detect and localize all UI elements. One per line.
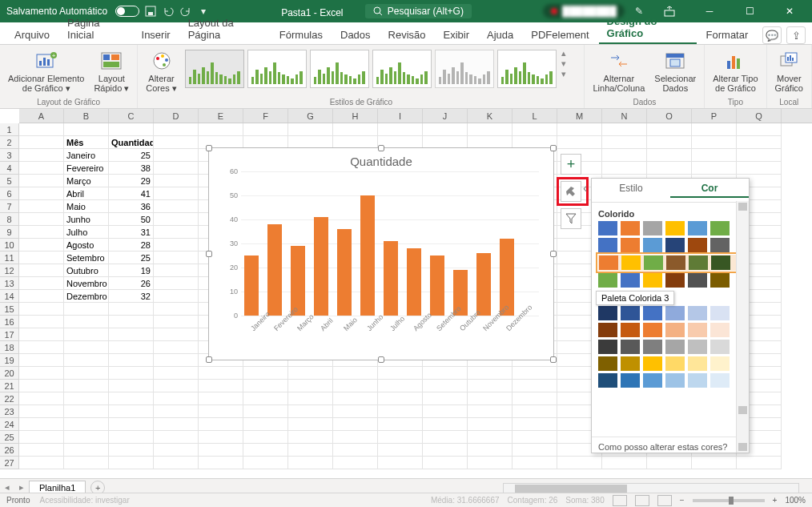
cell[interactable] — [378, 392, 423, 405]
cell[interactable] — [333, 392, 378, 405]
zoom-in-button[interactable]: + — [773, 496, 778, 505]
tab-ajuda[interactable]: Ajuda — [479, 26, 521, 44]
cell[interactable] — [64, 380, 109, 392]
cell[interactable] — [333, 123, 378, 136]
cell[interactable] — [19, 277, 64, 290]
column-header[interactable]: H — [333, 109, 378, 123]
cell[interactable] — [557, 136, 602, 149]
cell[interactable] — [154, 380, 199, 392]
cell[interactable] — [468, 392, 513, 405]
cell[interactable] — [199, 431, 243, 444]
cell[interactable] — [468, 431, 513, 444]
cell[interactable] — [468, 405, 513, 418]
cell[interactable] — [468, 123, 513, 136]
row-header[interactable]: 19 — [0, 354, 19, 367]
row-header[interactable]: 4 — [0, 162, 19, 175]
cell[interactable] — [243, 380, 288, 392]
gallery-more-icon[interactable]: ▾ — [561, 69, 573, 79]
cell[interactable] — [378, 457, 423, 469]
cell[interactable] — [19, 367, 64, 380]
cell[interactable] — [19, 303, 64, 316]
cell[interactable] — [109, 341, 154, 354]
column-header[interactable]: E — [199, 109, 243, 123]
cell[interactable] — [64, 303, 109, 316]
view-normal-button[interactable] — [613, 495, 627, 506]
popup-tab-estilo[interactable]: Estilo — [592, 179, 670, 202]
cell[interactable] — [468, 380, 513, 392]
cell[interactable] — [154, 175, 199, 187]
tab-inserir[interactable]: Inserir — [134, 26, 179, 44]
chart-bar[interactable] — [384, 241, 398, 316]
cell[interactable] — [154, 213, 199, 226]
column-header[interactable]: B — [64, 109, 109, 123]
row-header[interactable]: 16 — [0, 316, 19, 328]
gallery-up-icon[interactable]: ▴ — [561, 48, 573, 58]
cell[interactable] — [154, 405, 199, 418]
sheet-nav-prev[interactable]: ◂ — [0, 482, 14, 493]
qat-dropdown-icon[interactable]: ▾ — [197, 5, 210, 18]
column-header[interactable]: O — [647, 109, 692, 123]
cell[interactable] — [19, 213, 64, 226]
cell[interactable] — [513, 444, 557, 457]
cell[interactable] — [64, 354, 109, 367]
redo-icon[interactable] — [179, 5, 192, 18]
cell[interactable] — [199, 405, 243, 418]
user-account[interactable]: ████████ — [543, 4, 625, 18]
cell[interactable] — [154, 444, 199, 457]
cell[interactable] — [154, 341, 199, 354]
cell[interactable] — [154, 277, 199, 290]
row-header[interactable]: 25 — [0, 431, 19, 444]
gallery-down-icon[interactable]: ▾ — [561, 58, 573, 69]
zoom-out-button[interactable]: − — [680, 496, 685, 505]
cell[interactable] — [423, 380, 468, 392]
cell[interactable] — [19, 380, 64, 392]
cell[interactable]: Quantidade — [109, 136, 154, 149]
row-header[interactable]: 18 — [0, 341, 19, 354]
cell[interactable] — [378, 123, 423, 136]
undo-icon[interactable] — [162, 5, 175, 18]
cell[interactable] — [602, 149, 647, 162]
view-page-layout-button[interactable] — [635, 495, 649, 506]
cell[interactable] — [468, 367, 513, 380]
cell[interactable] — [423, 431, 468, 444]
cell[interactable] — [199, 418, 243, 431]
cell[interactable] — [288, 431, 333, 444]
sheet-nav-next[interactable]: ▸ — [14, 482, 29, 493]
cell[interactable] — [692, 136, 737, 149]
cell[interactable] — [513, 392, 557, 405]
comments-icon[interactable]: 💬 — [762, 26, 782, 44]
cell[interactable] — [64, 405, 109, 418]
cell[interactable] — [64, 367, 109, 380]
cell[interactable] — [243, 367, 288, 380]
cell[interactable]: 28 — [109, 239, 154, 251]
color-palette-row[interactable] — [598, 323, 742, 337]
cell[interactable] — [19, 457, 64, 469]
row-header[interactable]: 17 — [0, 328, 19, 341]
chevron-left-icon[interactable]: ‹ — [583, 181, 587, 195]
cell[interactable] — [737, 457, 782, 469]
row-header[interactable]: 8 — [0, 213, 19, 226]
cell[interactable] — [19, 405, 64, 418]
color-palette-row[interactable] — [598, 340, 742, 354]
quick-layout-button[interactable]: Layout Rápido ▾ — [90, 48, 132, 95]
cell[interactable] — [19, 175, 64, 187]
embedded-chart[interactable]: Quantidade 0102030405060 JaneiroFevereir… — [208, 147, 554, 360]
cell[interactable] — [288, 367, 333, 380]
cell[interactable] — [64, 341, 109, 354]
cell[interactable]: 41 — [109, 187, 154, 200]
cell[interactable] — [378, 367, 423, 380]
cell[interactable] — [378, 431, 423, 444]
cell[interactable] — [333, 431, 378, 444]
cell[interactable] — [154, 316, 199, 328]
cell[interactable] — [109, 328, 154, 341]
cell[interactable] — [19, 226, 64, 239]
cell[interactable] — [109, 303, 154, 316]
cell[interactable] — [513, 123, 557, 136]
chart-bar[interactable] — [500, 239, 514, 316]
cell[interactable] — [19, 418, 64, 431]
cell[interactable] — [243, 431, 288, 444]
chart-style-thumb[interactable] — [372, 50, 432, 88]
cell[interactable] — [647, 123, 692, 136]
chart-title[interactable]: Quantidade — [209, 148, 553, 171]
cell[interactable] — [64, 123, 109, 136]
